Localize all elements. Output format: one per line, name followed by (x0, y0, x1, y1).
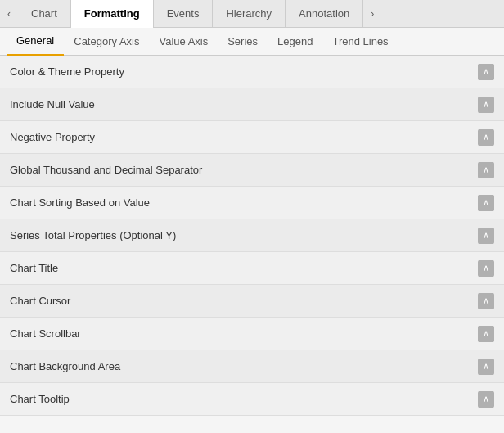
accordion-label-chart-title: Chart Title (10, 262, 58, 274)
accordion-item-global-separator[interactable]: Global Thousand and Decimal Separator (0, 154, 504, 187)
accordion-item-chart-background[interactable]: Chart Background Area (0, 350, 504, 383)
chevron-up-icon-negative-property (478, 129, 494, 146)
subtab-trend-lines[interactable]: Trend Lines (322, 28, 398, 56)
accordion-label-chart-tooltip: Chart Tooltip (10, 393, 70, 405)
top-tab-bar: ‹ Chart Formatting Events Hierarchy Anno… (0, 0, 504, 28)
subtab-category-axis[interactable]: Category Axis (64, 28, 149, 56)
tab-formatting[interactable]: Formatting (71, 0, 154, 28)
accordion-list: Color & Theme PropertyInclude Null Value… (0, 56, 504, 433)
chevron-up-icon-chart-cursor (478, 293, 494, 309)
chevron-up-icon-chart-scrollbar (478, 326, 494, 342)
accordion-item-series-total[interactable]: Series Total Properties (Optional Y) (0, 219, 504, 252)
sub-tab-bar: General Category Axis Value Axis Series … (0, 28, 504, 56)
accordion-label-chart-scrollbar: Chart Scrollbar (10, 327, 81, 340)
chevron-up-icon-series-total (478, 228, 494, 244)
chevron-up-icon-chart-background (478, 359, 494, 375)
accordion-item-color-theme[interactable]: Color & Theme Property (0, 56, 504, 88)
accordion-label-negative-property: Negative Property (10, 131, 95, 143)
chevron-up-icon-chart-sorting (478, 195, 494, 211)
subtab-legend[interactable]: Legend (268, 28, 322, 56)
subtab-value-axis[interactable]: Value Axis (149, 28, 218, 56)
tab-events[interactable]: Events (154, 0, 214, 28)
accordion-item-chart-sorting[interactable]: Chart Sorting Based on Value (0, 187, 504, 219)
accordion-item-negative-property[interactable]: Negative Property (0, 121, 504, 154)
accordion-label-series-total: Series Total Properties (Optional Y) (10, 229, 176, 241)
accordion-label-global-separator: Global Thousand and Decimal Separator (10, 164, 202, 176)
tab-hierarchy[interactable]: Hierarchy (213, 0, 286, 28)
accordion-label-chart-sorting: Chart Sorting Based on Value (10, 196, 150, 209)
chevron-up-icon-color-theme (478, 64, 494, 80)
accordion-item-chart-scrollbar[interactable]: Chart Scrollbar (0, 318, 504, 350)
chevron-up-icon-chart-title (478, 260, 494, 277)
next-arrow[interactable]: › (363, 0, 381, 28)
accordion-item-chart-tooltip[interactable]: Chart Tooltip (0, 383, 504, 416)
accordion-label-chart-background: Chart Background Area (10, 360, 120, 372)
accordion-item-chart-cursor[interactable]: Chart Cursor (0, 285, 504, 318)
chevron-up-icon-chart-tooltip (478, 391, 494, 408)
accordion-item-chart-title[interactable]: Chart Title (0, 252, 504, 285)
tab-annotation[interactable]: Annotation (286, 0, 363, 28)
accordion-label-chart-cursor: Chart Cursor (10, 295, 70, 307)
accordion-label-color-theme: Color & Theme Property (10, 65, 124, 78)
accordion-item-include-null[interactable]: Include Null Value (0, 88, 504, 121)
tab-chart[interactable]: Chart (18, 0, 71, 28)
subtab-general[interactable]: General (7, 28, 64, 56)
subtab-series[interactable]: Series (218, 28, 268, 56)
accordion-label-include-null: Include Null Value (10, 98, 95, 111)
prev-arrow[interactable]: ‹ (0, 0, 18, 28)
chevron-up-icon-include-null (478, 97, 494, 113)
chevron-up-icon-global-separator (478, 162, 494, 178)
